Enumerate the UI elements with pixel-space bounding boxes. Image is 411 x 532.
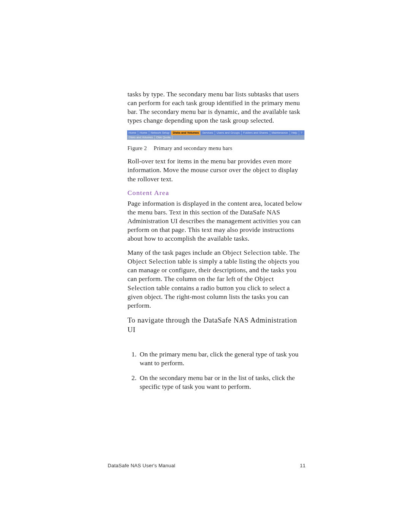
secondary-menu-item[interactable]: Disks and Volumes xyxy=(127,135,155,140)
object-selection-paragraph: Many of the task pages include an Object… xyxy=(127,248,303,310)
manual-page: tasks by type. The secondary menu bar li… xyxy=(0,0,411,532)
figure-caption-text: Primary and secondary menu bars xyxy=(154,145,232,151)
page-footer: DataSafe NAS User's Manual 11 xyxy=(108,463,306,468)
menubar-figure: HomeHomeNetwork SetupDisks and VolumesSe… xyxy=(127,130,304,140)
navigation-steps: On the primary menu bar, click the gener… xyxy=(127,350,303,391)
primary-menu-item[interactable]: Maintenance xyxy=(270,131,290,135)
primary-menu-item[interactable]: Users and Groups xyxy=(215,131,242,135)
primary-menu-bar: HomeHomeNetwork SetupDisks and VolumesSe… xyxy=(127,130,304,135)
primary-menu-item[interactable]: Home xyxy=(127,131,138,135)
footer-doc-title: DataSafe NAS User's Manual xyxy=(108,463,175,468)
content-area-paragraph-1: Page information is displayed in the con… xyxy=(127,199,303,243)
primary-menu-item[interactable]: Network Setup xyxy=(149,131,171,135)
figure-caption: Figure 2Primary and secondary menu bars xyxy=(127,145,303,152)
secondary-menu-item[interactable]: Disk Quota xyxy=(155,135,172,140)
content-area-heading: Content Area xyxy=(127,189,303,197)
intro-paragraph: tasks by type. The secondary menu bar li… xyxy=(127,90,303,125)
step-item: On the secondary menu bar or in the list… xyxy=(138,374,303,391)
secondary-menu-bar: Disks and VolumesDisk Quota xyxy=(127,135,304,140)
figure-number: Figure 2 xyxy=(127,145,147,151)
object-selection-term: Object Selection xyxy=(222,249,271,256)
rollover-paragraph: Roll-over text for items in the menu bar… xyxy=(127,157,303,183)
step-item: On the primary menu bar, click the gener… xyxy=(138,350,303,367)
primary-menu-item[interactable]: ? xyxy=(299,131,304,135)
primary-menu-item[interactable]: Help xyxy=(290,131,299,135)
content-column: tasks by type. The secondary menu bar li… xyxy=(127,90,303,397)
primary-menu-item[interactable]: Home xyxy=(138,131,149,135)
primary-menu-item[interactable]: Disks and Volumes xyxy=(171,131,201,135)
primary-menu-item[interactable]: Services xyxy=(201,131,215,135)
footer-page-number: 11 xyxy=(300,463,306,468)
primary-menu-item[interactable]: Folders and Shares xyxy=(242,131,270,135)
navigate-subheading: To navigate through the DataSafe NAS Adm… xyxy=(127,315,303,335)
object-selection-term: Object Selection xyxy=(127,257,176,265)
